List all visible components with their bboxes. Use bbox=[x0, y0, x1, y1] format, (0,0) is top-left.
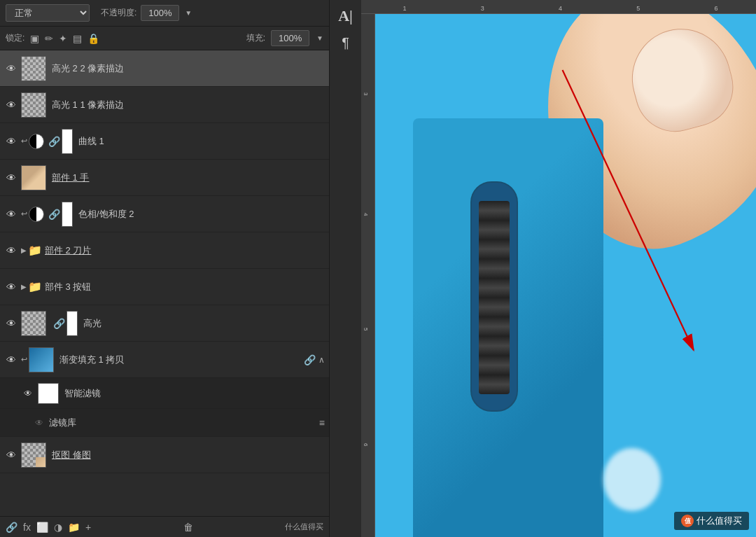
visibility-icon[interactable]: 👁 bbox=[4, 172, 18, 183]
ruler-mark-3: 3 bbox=[481, 5, 484, 12]
opacity-dropdown-arrow[interactable]: ▼ bbox=[185, 9, 192, 17]
smart-filter-row[interactable]: 👁 智能滤镜 bbox=[0, 378, 329, 409]
layer-thumbnail bbox=[21, 92, 46, 118]
visibility-icon[interactable]: 👁 bbox=[4, 354, 18, 365]
filter-library-row[interactable]: 👁 滤镜库 ≡ bbox=[0, 409, 329, 437]
blend-opacity-bar: 正常 不透明度: ▼ bbox=[0, 0, 329, 27]
curves-adjustment-icon bbox=[29, 134, 44, 149]
visibility-icon[interactable]: 👁 bbox=[4, 99, 18, 111]
blend-mode-select[interactable]: 正常 bbox=[6, 4, 90, 22]
ruler-mark-6: 6 bbox=[714, 5, 718, 12]
ruler-top-content: 1 3 4 5 6 bbox=[364, 0, 753, 13]
ruler-left-mark-5: 5 bbox=[363, 328, 369, 330]
layer-name: 渐变填充 1 拷贝 bbox=[59, 354, 301, 366]
extra-icons: 🔗 ∧ bbox=[304, 354, 325, 365]
device-body bbox=[413, 118, 603, 537]
watermark-logo: 值 bbox=[681, 515, 694, 527]
ruler-left-mark-4: 4 bbox=[363, 213, 369, 216]
layer-row[interactable]: 👁 高光 2 2 像素描边 bbox=[0, 50, 329, 87]
layer-name: 部件 3 按钮 bbox=[45, 281, 325, 293]
ruler-top: 1 3 4 5 6 bbox=[361, 0, 756, 14]
add-mask-icon[interactable]: ⬜ bbox=[36, 522, 48, 533]
layer-thumbnail bbox=[21, 311, 46, 336]
lock-position-icon[interactable]: ✦ bbox=[59, 33, 67, 44]
visibility-icon[interactable]: 👁 bbox=[4, 318, 18, 329]
ruler-left-mark-6: 6 bbox=[363, 443, 369, 446]
layer-name: 曲线 1 bbox=[78, 135, 325, 148]
visibility-icon[interactable]: 👁 bbox=[4, 245, 18, 256]
filter-settings-icon[interactable]: ≡ bbox=[319, 417, 325, 428]
add-style-icon[interactable]: fx bbox=[23, 522, 31, 533]
layer-row[interactable]: 👁 ↩ 🔗 色相/饱和度 2 bbox=[0, 196, 329, 232]
layer-thumbnail bbox=[29, 347, 54, 372]
ruler-left-mark-3: 3 bbox=[363, 92, 369, 95]
layer-thumbnail bbox=[21, 442, 46, 468]
layer-mask bbox=[62, 202, 73, 227]
clip-icon: ↩ bbox=[21, 355, 27, 364]
canvas-area: 值 什么值得买 bbox=[375, 14, 756, 537]
layer-row[interactable]: 👁 ↩ 🔗 曲线 1 bbox=[0, 123, 329, 160]
lock-fill-bar: 锁定: ▣ ✏ ✦ ▤ 🔒 填充: ▼ bbox=[0, 27, 329, 50]
add-folder-icon[interactable]: 📁 bbox=[68, 522, 80, 533]
ruler-left-content: 3 4 5 6 bbox=[361, 14, 374, 537]
clip-icon: ↩ bbox=[21, 137, 27, 146]
lock-paint-icon[interactable]: ✏ bbox=[45, 33, 53, 44]
tools-sidebar: A| ¶ bbox=[329, 0, 361, 537]
link-layers-icon[interactable]: 🔗 bbox=[6, 522, 18, 533]
fill-label: 填充: bbox=[246, 32, 265, 44]
clip-icon: ↩ bbox=[21, 209, 27, 218]
opacity-input[interactable] bbox=[141, 5, 179, 21]
text-tool-icon[interactable]: A| bbox=[335, 6, 356, 27]
lock-all-icon[interactable]: 🔒 bbox=[88, 33, 99, 44]
layer-row[interactable]: 👁 部件 1 手 bbox=[0, 160, 329, 196]
visibility-icon[interactable]: 👁 bbox=[21, 389, 35, 398]
layer-row[interactable]: 👁 🔗 高光 bbox=[0, 305, 329, 342]
fill-input[interactable] bbox=[271, 30, 309, 46]
layer-thumbnail bbox=[21, 56, 46, 81]
layer-name: 色相/饱和度 2 bbox=[78, 208, 325, 221]
lock-artboard-icon[interactable]: ▤ bbox=[73, 33, 82, 44]
expand-icon[interactable]: ▶ bbox=[21, 246, 27, 254]
layer-name: 高光 1 1 像素描边 bbox=[52, 99, 325, 111]
visibility-icon[interactable]: 👁 bbox=[4, 449, 18, 461]
chain-icon: 🔗 bbox=[48, 136, 60, 147]
chain-icon: 🔗 bbox=[53, 318, 65, 329]
layers-panel: 正常 不透明度: ▼ 锁定: ▣ ✏ ✦ ▤ 🔒 填充: ▼ 👁 高光 2 2 … bbox=[0, 0, 329, 537]
highlight-reflection bbox=[603, 448, 661, 511]
visibility-icon[interactable]: 👁 bbox=[4, 209, 18, 220]
link-icon: 🔗 bbox=[304, 354, 316, 365]
layer-row[interactable]: 👁 ▶ 📁 部件 2 刀片 bbox=[0, 232, 329, 269]
chain-icon: 🔗 bbox=[48, 209, 60, 220]
paragraph-tool-icon[interactable]: ¶ bbox=[335, 32, 356, 53]
opacity-label: 不透明度: bbox=[101, 7, 136, 19]
add-layer-icon[interactable]: + bbox=[85, 522, 91, 533]
canvas-image-area bbox=[375, 14, 756, 537]
folder-icon: 📁 bbox=[28, 280, 42, 293]
visibility-icon[interactable]: 👁 bbox=[4, 63, 18, 74]
layer-row[interactable]: 👁 抠图 修图 bbox=[0, 437, 329, 473]
watermark: 值 什么值得买 bbox=[674, 512, 749, 530]
layer-row[interactable]: 👁 高光 1 1 像素描边 bbox=[0, 87, 329, 123]
layer-name: 部件 2 刀片 bbox=[45, 244, 325, 257]
watermark-text: 什么值得买 bbox=[696, 515, 742, 527]
layer-name: 部件 1 手 bbox=[52, 172, 325, 184]
layer-row[interactable]: 👁 ↩ 渐变填充 1 拷贝 🔗 ∧ bbox=[0, 342, 329, 378]
layer-mask bbox=[66, 311, 78, 336]
visibility-icon[interactable]: 👁 bbox=[4, 136, 18, 147]
visibility-icon[interactable]: 👁 bbox=[32, 418, 46, 428]
folder-icon: 📁 bbox=[28, 244, 42, 257]
layer-thumbnail bbox=[21, 165, 46, 190]
hue-adjustment-icon bbox=[29, 207, 44, 222]
delete-layer-icon[interactable]: 🗑 bbox=[183, 522, 193, 533]
ruler-left: 3 4 5 6 bbox=[361, 14, 375, 537]
lock-transparent-icon[interactable]: ▣ bbox=[30, 33, 39, 44]
add-adjustment-icon[interactable]: ◑ bbox=[54, 522, 62, 533]
fill-dropdown-arrow[interactable]: ▼ bbox=[316, 34, 323, 42]
layer-row[interactable]: 👁 ▶ 📁 部件 3 按钮 bbox=[0, 269, 329, 305]
ruler-mark-5: 5 bbox=[636, 5, 640, 12]
ruler-mark-4: 4 bbox=[559, 5, 562, 12]
layer-name: 抠图 修图 bbox=[52, 449, 325, 461]
expand-icon[interactable]: ▶ bbox=[21, 283, 27, 291]
collapse-icon[interactable]: ∧ bbox=[318, 355, 325, 365]
visibility-icon[interactable]: 👁 bbox=[4, 281, 18, 293]
